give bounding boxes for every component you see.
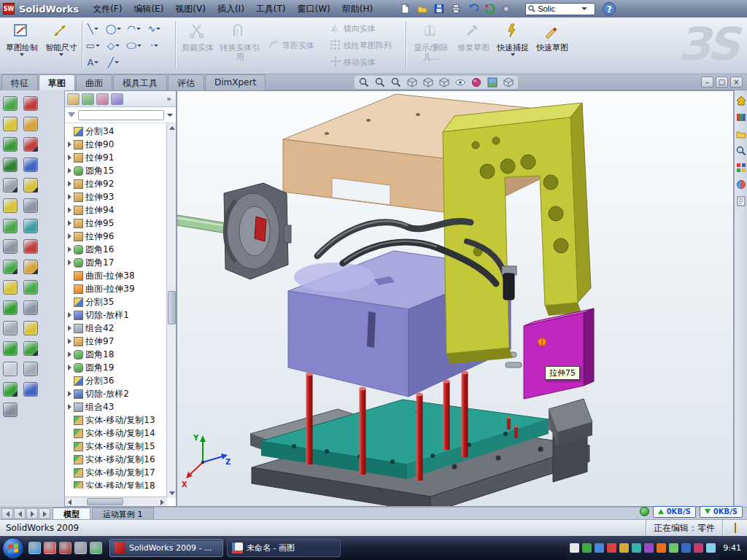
tree-item[interactable]: 实体-移动/复制16 bbox=[67, 453, 176, 466]
tray-icon-4[interactable] bbox=[607, 543, 616, 553]
tab-configurationmanager[interactable] bbox=[96, 93, 109, 105]
tray-icon-12[interactable] bbox=[706, 543, 716, 553]
features-toolbar-icon-7[interactable] bbox=[3, 219, 18, 233]
sketch-toolbar-icon-7[interactable] bbox=[23, 219, 38, 233]
expand-arrow-icon[interactable] bbox=[68, 207, 71, 213]
graphics-viewport[interactable]: Y Z X 拉伸75 bbox=[177, 90, 734, 507]
features-toolbar-icon-4[interactable] bbox=[3, 158, 18, 172]
task-pane-home-button[interactable] bbox=[735, 95, 747, 106]
tree-item[interactable]: 实体-移动/复制14 bbox=[67, 427, 176, 440]
edit-appearance-button[interactable] bbox=[469, 76, 484, 89]
tree-horizontal-scrollbar[interactable] bbox=[65, 497, 167, 506]
hide-show-items-button[interactable] bbox=[453, 76, 468, 89]
tray-icon-10[interactable] bbox=[681, 543, 691, 553]
expand-arrow-icon[interactable] bbox=[68, 141, 71, 147]
sketch-toolbar-icon-6[interactable] bbox=[23, 198, 38, 213]
expand-arrow-icon[interactable] bbox=[68, 365, 71, 370]
tree-item[interactable]: 拉伸92 bbox=[67, 177, 176, 190]
zoom-fit-button[interactable] bbox=[357, 76, 371, 89]
tree-item[interactable]: 实体-移动/复制15 bbox=[67, 440, 176, 453]
expand-arrow-icon[interactable] bbox=[68, 155, 71, 160]
view-settings-button[interactable] bbox=[501, 76, 516, 89]
mirror-entities-button[interactable]: 镜向实体 bbox=[327, 21, 378, 36]
tab-propertymanager[interactable] bbox=[82, 93, 94, 105]
polygon-tool-button[interactable]: ◇ bbox=[104, 37, 123, 53]
linear-sketch-pattern-button[interactable]: 线性草图阵列 bbox=[327, 38, 394, 52]
features-toolbar-icon-15[interactable] bbox=[3, 382, 18, 397]
centerline-tool-button[interactable]: ╱ bbox=[104, 54, 123, 70]
expand-arrow-icon[interactable] bbox=[68, 338, 71, 344]
tree-item[interactable]: 分割34 bbox=[67, 125, 176, 138]
zoom-to-area-button[interactable] bbox=[373, 76, 387, 89]
zoom-previous-button[interactable] bbox=[389, 76, 403, 89]
print-icon[interactable] bbox=[449, 1, 463, 16]
help-button[interactable]: ? bbox=[603, 2, 616, 15]
search-dropdown-icon[interactable] bbox=[581, 7, 587, 10]
start-button[interactable] bbox=[2, 537, 24, 559]
expand-arrow-icon[interactable] bbox=[68, 404, 71, 410]
rapid-sketch-button[interactable]: 快速草图 bbox=[534, 20, 570, 71]
smart-dimension-button[interactable]: 智能尺寸 bbox=[42, 20, 80, 71]
tree-vertical-scrollbar[interactable] bbox=[166, 123, 176, 498]
sketch-toolbar-icon-10[interactable] bbox=[23, 280, 38, 295]
options-icon[interactable] bbox=[499, 1, 514, 16]
tree-item[interactable]: 拉伸95 bbox=[67, 217, 176, 230]
open-icon[interactable] bbox=[415, 1, 430, 16]
save-icon[interactable] bbox=[432, 1, 446, 16]
doc-minimize-button[interactable]: – bbox=[701, 77, 713, 88]
sketch-toolbar-icon-4[interactable] bbox=[23, 158, 38, 172]
arc-tool-button[interactable]: ◠ bbox=[124, 20, 144, 36]
tree-item[interactable]: 圆角15 bbox=[67, 164, 176, 177]
tray-icon-7[interactable] bbox=[644, 543, 654, 553]
expand-arrow-icon[interactable] bbox=[68, 168, 71, 174]
quick-snaps-button[interactable]: 快速捕捉 bbox=[495, 20, 531, 71]
convert-entities-button[interactable]: 转换实体引用 bbox=[219, 20, 261, 71]
tree-item[interactable]: 圆角18 bbox=[67, 348, 176, 361]
task-pane-appearances-button[interactable] bbox=[735, 179, 747, 190]
task-pane-view-palette-button[interactable] bbox=[735, 162, 747, 174]
features-toolbar-icon-13[interactable] bbox=[3, 341, 18, 356]
sketch-toolbar-icon-1[interactable] bbox=[23, 96, 38, 111]
tree-item[interactable]: 实体-移动/复制13 bbox=[67, 413, 176, 427]
sketch-toolbar-icon-2[interactable] bbox=[23, 117, 38, 131]
tab-scroll-first-button[interactable] bbox=[1, 508, 13, 519]
features-toolbar-icon-10[interactable] bbox=[3, 280, 18, 295]
tab-2[interactable]: 曲面 bbox=[76, 74, 112, 90]
expand-arrow-icon[interactable] bbox=[68, 233, 71, 239]
3d-model-canvas[interactable]: Y Z X bbox=[177, 91, 733, 506]
features-toolbar-icon-16[interactable] bbox=[3, 402, 18, 417]
tray-icon-5[interactable] bbox=[619, 543, 629, 553]
expand-arrow-icon[interactable] bbox=[68, 312, 71, 318]
repair-sketch-button[interactable]: 修复草图 bbox=[455, 20, 492, 71]
tree-item[interactable]: 拉伸91 bbox=[67, 151, 176, 164]
trim-entities-button[interactable]: 剪裁实体 bbox=[179, 20, 216, 71]
features-toolbar-icon-5[interactable] bbox=[3, 178, 18, 192]
sketch-button[interactable]: 草图绘制 bbox=[3, 20, 41, 71]
taskbar-item-paint[interactable]: 未命名 - 画图 bbox=[227, 539, 341, 557]
display-delete-relations-button[interactable]: 显示/删除几... bbox=[410, 20, 452, 71]
menu-edit[interactable]: 编辑(E) bbox=[128, 1, 169, 17]
tree-item[interactable]: 拉伸94 bbox=[67, 203, 176, 217]
tab-3[interactable]: 模具工具 bbox=[113, 74, 167, 90]
ellipse-tool-button[interactable]: ◯ bbox=[124, 37, 144, 53]
apply-scene-button[interactable] bbox=[485, 76, 500, 89]
tree-item[interactable]: 切除-放样2 bbox=[67, 387, 176, 400]
tree-item[interactable]: 圆角17 bbox=[67, 256, 176, 269]
spline-tool-button[interactable]: ∿ bbox=[144, 20, 164, 36]
tree-item[interactable]: 组合42 bbox=[67, 322, 176, 335]
scroll-down-icon[interactable] bbox=[169, 491, 175, 495]
sketch-toolbar-icon-13[interactable] bbox=[23, 341, 38, 356]
tab-scroll-right-button[interactable] bbox=[26, 508, 38, 519]
tree-item[interactable]: 切除-放样1 bbox=[67, 308, 176, 322]
rebuild-icon[interactable] bbox=[482, 1, 497, 16]
tab-scroll-left-button[interactable] bbox=[14, 508, 26, 519]
sketch-toolbar-icon-12[interactable] bbox=[23, 321, 38, 335]
tree-item[interactable]: 分割35 bbox=[67, 295, 176, 308]
menu-tools[interactable]: 工具(T) bbox=[251, 1, 291, 17]
tree-item[interactable]: 拉伸90 bbox=[67, 138, 176, 151]
expand-arrow-icon[interactable] bbox=[68, 325, 71, 331]
tray-icon-11[interactable] bbox=[694, 543, 703, 553]
sketch-toolbar-icon-14[interactable] bbox=[23, 362, 38, 376]
tab-dimxpertmanager[interactable] bbox=[111, 93, 123, 105]
filter-dropdown-icon[interactable] bbox=[167, 114, 173, 117]
